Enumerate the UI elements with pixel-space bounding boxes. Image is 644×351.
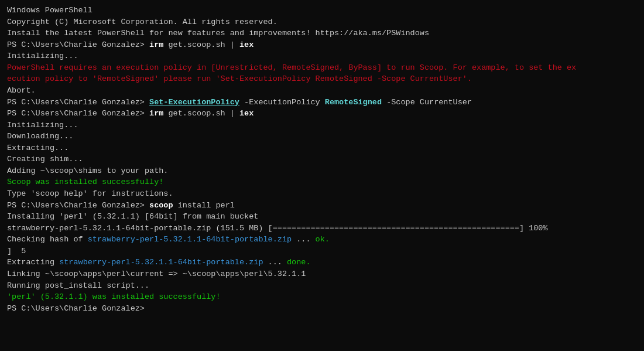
terminal-text: PS C:\Users\Charlie Gonzalez> bbox=[7, 109, 149, 118]
terminal-text: ... bbox=[263, 258, 287, 267]
terminal-line: Checking hash of strawberry-perl-5.32.1.… bbox=[7, 234, 637, 257]
terminal-text: Initializing... bbox=[7, 52, 78, 60]
terminal-text: Scoop was installed successfully! bbox=[7, 178, 163, 186]
terminal-text: 'perl' (5.32.1.1) was installed successf… bbox=[7, 292, 221, 301]
terminal-text: Downloading... bbox=[7, 132, 73, 141]
terminal-text: -Scope bbox=[382, 98, 415, 107]
terminal-text: Type 'scoop help' for instructions. bbox=[7, 189, 173, 198]
terminal-text: Windows PowerShell bbox=[7, 6, 93, 15]
terminal-text: Abort. bbox=[7, 86, 36, 95]
terminal-line: 'perl' (5.32.1.1) was installed successf… bbox=[7, 291, 637, 303]
terminal-line: Copyright (C) Microsoft Corporation. All… bbox=[7, 16, 637, 28]
terminal-text: scoop bbox=[149, 201, 173, 210]
terminal-line: Extracting strawberry-perl-5.32.1.1-64bi… bbox=[7, 257, 637, 268]
terminal-line: PS C:\Users\Charlie Gonzalez> irm get.sc… bbox=[7, 39, 637, 51]
terminal-text: Running post_install script... bbox=[7, 281, 149, 290]
terminal-text: Extracting... bbox=[7, 144, 68, 152]
terminal-text: CurrentUser bbox=[415, 98, 472, 107]
terminal-text: strawberry-perl-5.32.1.1-64bit-portable.… bbox=[88, 235, 292, 244]
terminal-line: Extracting... bbox=[7, 142, 637, 154]
terminal-text: PS C:\Users\Charlie Gonzalez> bbox=[7, 201, 149, 210]
terminal-line: Type 'scoop help' for instructions. bbox=[7, 188, 637, 200]
terminal-line: PS C:\Users\Charlie Gonzalez> irm get.sc… bbox=[7, 108, 637, 120]
terminal-window: Windows PowerShellCopyright (C) Microsof… bbox=[7, 5, 637, 314]
terminal-text: done. bbox=[287, 258, 311, 267]
terminal-line: Windows PowerShell bbox=[7, 5, 637, 16]
terminal-text: get.scoop.sh | bbox=[163, 109, 239, 118]
terminal-line: Creating shim... bbox=[7, 154, 637, 165]
terminal-text: PS C:\Users\Charlie Gonzalez> bbox=[7, 40, 149, 49]
terminal-line: PS C:\Users\Charlie Gonzalez> Set-Execut… bbox=[7, 97, 637, 108]
terminal-text: Creating shim... bbox=[7, 155, 83, 163]
terminal-line: Downloading... bbox=[7, 131, 637, 142]
terminal-line: Scoop was installed successfully! bbox=[7, 176, 637, 188]
terminal-text: Extracting bbox=[7, 258, 59, 267]
terminal-line: Initializing... bbox=[7, 50, 637, 62]
terminal-text: PS C:\Users\Charlie Gonzalez> bbox=[7, 98, 149, 107]
terminal-text: PowerShell requires an execution policy … bbox=[7, 63, 576, 72]
terminal-text: Set-ExecutionPolicy bbox=[149, 98, 239, 107]
terminal-text: ... bbox=[292, 235, 316, 244]
terminal-line: Install the latest PowerShell for new fe… bbox=[7, 28, 637, 39]
terminal-text: get.scoop.sh | bbox=[163, 40, 239, 49]
terminal-line: ecution policy to 'RemoteSigned' please … bbox=[7, 73, 637, 85]
terminal-text: Installing 'perl' (5.32.1.1) [64bit] fro… bbox=[7, 212, 258, 221]
terminal-line: Running post_install script... bbox=[7, 280, 637, 292]
terminal-text: iex bbox=[239, 109, 254, 118]
terminal-line: strawberry-perl-5.32.1.1-64bit-portable.… bbox=[7, 223, 637, 234]
terminal-text: PS C:\Users\Charlie Gonzalez> bbox=[7, 304, 149, 313]
terminal-line: PowerShell requires an execution policy … bbox=[7, 62, 637, 74]
terminal-text: strawberry-perl-5.32.1.1-64bit-portable.… bbox=[59, 258, 263, 267]
terminal-text: strawberry-perl-5.32.1.1-64bit-portable.… bbox=[7, 224, 548, 233]
terminal-text: Initializing... bbox=[7, 121, 78, 130]
terminal-line: Initializing... bbox=[7, 120, 637, 131]
terminal-text: ok. bbox=[316, 235, 330, 244]
terminal-text: Checking hash of bbox=[7, 235, 88, 244]
terminal-line: Adding ~\scoop\shims to your path. bbox=[7, 165, 637, 177]
terminal-line: PS C:\Users\Charlie Gonzalez> scoop inst… bbox=[7, 200, 637, 212]
terminal-text: -ExecutionPolicy bbox=[239, 98, 325, 107]
terminal-text: ecution policy to 'RemoteSigned' please … bbox=[7, 74, 472, 83]
terminal-text: irm bbox=[149, 109, 163, 118]
terminal-text: Linking ~\scoop\apps\perl\current => ~\s… bbox=[7, 270, 306, 278]
terminal-text: irm bbox=[149, 40, 163, 49]
terminal-text: Adding ~\scoop\shims to your path. bbox=[7, 166, 168, 175]
terminal-text: iex bbox=[239, 40, 254, 49]
terminal-text: RemoteSigned bbox=[325, 98, 382, 107]
terminal-text: install perl bbox=[173, 201, 235, 210]
terminal-line: Installing 'perl' (5.32.1.1) [64bit] fro… bbox=[7, 211, 637, 223]
terminal-line: Abort. bbox=[7, 85, 637, 97]
terminal-line: Linking ~\scoop\apps\perl\current => ~\s… bbox=[7, 268, 637, 280]
terminal-text: Copyright (C) Microsoft Corporation. All… bbox=[7, 18, 278, 26]
terminal-text: Install the latest PowerShell for new fe… bbox=[7, 29, 429, 38]
terminal-line: PS C:\Users\Charlie Gonzalez> bbox=[7, 303, 637, 315]
